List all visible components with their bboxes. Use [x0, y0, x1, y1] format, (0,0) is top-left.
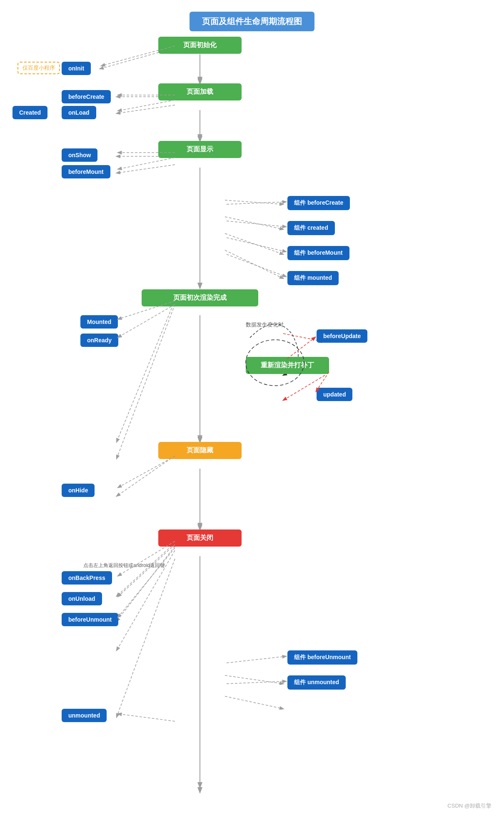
on-unload-box: onUnload: [62, 592, 102, 605]
svg-line-38: [227, 221, 287, 227]
arrows-svg: [0, 0, 504, 818]
svg-line-36: [117, 158, 175, 169]
title-text: 页面及组件生命周期流程图: [202, 17, 302, 26]
comp-before-unmount-box: 组件 beforeUnmount: [287, 650, 357, 665]
svg-line-50: [227, 656, 287, 663]
page-init-box: 页面初始化: [158, 37, 242, 54]
on-init-label: onInit: [68, 65, 84, 72]
on-hide-box: onHide: [62, 484, 95, 497]
svg-line-40: [227, 254, 287, 277]
comp-created-box: 组件 created: [287, 221, 335, 235]
before-create-label: beforeCreate: [68, 93, 104, 100]
page-hide-label: 页面隐藏: [187, 447, 213, 454]
on-ready-label: onReady: [87, 337, 112, 344]
created-label: Created: [19, 109, 41, 116]
mounted-label: Mounted: [87, 319, 111, 325]
comp-unmounted-box: 组件 unmounted: [287, 675, 346, 690]
svg-line-21: [225, 250, 283, 279]
diagram-container: 页面及组件生命周期流程图 页面初始化 仅百度小程序 onInit 页面加载 be…: [0, 0, 504, 818]
svg-line-34: [117, 100, 175, 111]
svg-line-51: [227, 681, 287, 684]
page-hide-box: 页面隐藏: [158, 442, 242, 459]
watermark: CSDN @卸载引擎: [447, 802, 492, 810]
comp-mounted-label: 组件 mounted: [294, 274, 332, 281]
page-first-render-box: 页面初次渲染完成: [142, 289, 258, 306]
before-update-box: beforeUpdate: [317, 329, 367, 343]
comp-created-label: 组件 created: [294, 224, 328, 231]
svg-line-24: [225, 675, 283, 684]
unmounted-label: unmounted: [68, 712, 100, 719]
flow-arrows: [0, 0, 504, 818]
on-init-box: onInit: [62, 62, 91, 75]
updated-label: updated: [323, 391, 346, 398]
svg-line-48: [117, 544, 175, 597]
svg-line-49: [117, 548, 175, 618]
svg-line-43: [287, 337, 316, 359]
on-hide-label: onHide: [68, 487, 88, 494]
before-mount-label: beforeMount: [68, 168, 104, 175]
page-init-label: 页面初始化: [183, 41, 217, 48]
on-load-label: onLoad: [68, 109, 90, 116]
on-back-press-label: onBackPress: [68, 575, 105, 581]
page-close-box: 页面关闭: [158, 529, 242, 547]
re-render-box: 重新渲染并打补丁: [246, 357, 329, 374]
svg-line-52: [117, 714, 175, 721]
svg-line-39: [227, 238, 287, 252]
baidu-only-label: 仅百度小程序: [17, 62, 60, 74]
svg-line-19: [225, 217, 283, 229]
comp-before-create-box: 组件 beforeCreate: [287, 196, 350, 210]
updated-box: updated: [317, 388, 352, 401]
before-update-label: beforeUpdate: [323, 333, 361, 339]
created-box: Created: [12, 106, 47, 119]
page-first-render-label: 页面初次渲染完成: [173, 294, 227, 301]
page-show-label: 页面显示: [187, 146, 213, 153]
baidu-only-text: 仅百度小程序: [22, 65, 55, 71]
page-show-box: 页面显示: [158, 141, 242, 158]
svg-line-8: [117, 105, 175, 113]
svg-line-37: [227, 202, 287, 204]
data-change-label: 数据发生变化时: [246, 321, 284, 329]
comp-before-unmount-label: 组件 beforeUnmount: [294, 654, 351, 660]
unmounted-box: unmounted: [62, 709, 107, 722]
before-unmount-label: beforeUnmount: [68, 616, 112, 623]
on-show-box: onShow: [62, 148, 97, 162]
svg-line-18: [225, 200, 283, 204]
svg-line-25: [225, 696, 283, 709]
on-load-box: onLoad: [62, 106, 96, 119]
comp-unmounted-label: 组件 unmounted: [294, 679, 339, 685]
svg-line-11: [117, 300, 175, 442]
on-show-label: onShow: [68, 152, 91, 158]
comp-before-create-label: 组件 beforeCreate: [294, 199, 343, 206]
watermark-text: CSDN @卸载引擎: [447, 803, 492, 809]
before-mount-box: beforeMount: [62, 165, 110, 178]
before-unmount-box: beforeUnmount: [62, 613, 118, 626]
svg-line-10: [117, 165, 175, 173]
before-create-box: beforeCreate: [62, 90, 111, 103]
svg-line-17: [117, 559, 175, 717]
mounted-box: Mounted: [80, 315, 118, 329]
page-load-box: 页面加载: [158, 83, 242, 100]
page-load-label: 页面加载: [187, 88, 213, 95]
svg-line-14: [117, 543, 175, 596]
on-unload-label: onUnload: [68, 595, 95, 602]
title-box: 页面及组件生命周期流程图: [190, 12, 314, 31]
comp-mounted-box: 组件 mounted: [287, 271, 339, 285]
svg-line-46: [117, 456, 175, 488]
page-close-label: 页面关闭: [187, 534, 213, 541]
svg-line-42: [117, 304, 175, 338]
svg-line-15: [117, 546, 175, 621]
comp-before-mount-label: 组件 beforeMount: [294, 249, 343, 256]
comp-before-mount-box: 组件 beforeMount: [287, 246, 349, 260]
svg-line-12: [117, 304, 175, 459]
re-render-label: 重新渲染并打补丁: [261, 361, 314, 369]
svg-line-20: [225, 233, 283, 254]
svg-line-13: [117, 456, 175, 496]
on-back-press-box: onBackPress: [62, 571, 112, 585]
on-ready-box: onReady: [80, 334, 118, 347]
back-press-hint: 点击左上角返回按钮或android返回键: [83, 562, 165, 569]
